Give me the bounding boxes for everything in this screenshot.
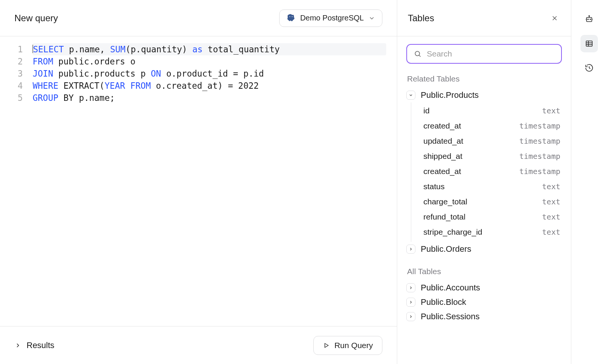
table-icon — [585, 39, 594, 48]
line-number: 5 — [0, 92, 33, 104]
line-number: 1 — [0, 43, 33, 55]
chevron-right-icon[interactable] — [406, 245, 415, 254]
svg-point-10 — [588, 19, 588, 20]
code-content: WHERE EXTRACT(YEAR FROM o.created_at) = … — [33, 81, 259, 91]
column-name: charge_total — [423, 197, 467, 206]
rail-history-button[interactable] — [580, 59, 598, 77]
code-line[interactable]: 3JOIN public.products p ON o.product_id … — [0, 67, 386, 80]
table-row[interactable]: Public.Accounts — [406, 281, 562, 295]
column-type: timestamp — [519, 167, 560, 176]
all-tables-label: All Tables — [407, 267, 562, 276]
related-tables-tree: Public.Productsidtextcreated_attimestamp… — [406, 88, 562, 256]
tables-panel-title: Tables — [408, 13, 434, 24]
column-row[interactable]: created_attimestamp — [411, 164, 562, 179]
code-line[interactable]: 4WHERE EXTRACT(YEAR FROM o.created_at) =… — [0, 80, 386, 92]
column-name: id — [423, 106, 429, 115]
column-type: text — [542, 212, 560, 221]
column-name: updated_at — [423, 136, 463, 146]
chevron-down-icon — [368, 15, 375, 22]
run-query-button[interactable]: Run Query — [313, 336, 382, 355]
table-name: Public.Accounts — [421, 283, 480, 293]
column-row[interactable]: statustext — [411, 179, 562, 194]
table-name: Public.Products — [421, 90, 479, 100]
column-list: idtextcreated_attimestampupdated_attimes… — [411, 102, 562, 242]
column-name: stripe_charge_id — [423, 228, 482, 237]
rail-tables-button[interactable] — [580, 35, 598, 52]
column-type: timestamp — [519, 136, 560, 146]
chevron-right-icon[interactable] — [406, 312, 415, 321]
column-row[interactable]: refund_totaltext — [411, 209, 562, 224]
postgres-icon — [286, 14, 296, 23]
play-icon — [323, 342, 330, 349]
right-rail — [571, 0, 607, 364]
tables-panel-header: Tables — [397, 0, 571, 36]
results-label: Results — [27, 340, 54, 350]
chevron-right-icon[interactable] — [406, 283, 415, 292]
column-type: text — [542, 182, 560, 191]
svg-point-1 — [292, 16, 292, 17]
column-type: text — [542, 228, 560, 237]
code-content: SELECT p.name, SUM(p.quantity) as total_… — [33, 44, 280, 54]
table-row[interactable]: Public.Orders — [406, 242, 562, 256]
tables-search-input[interactable] — [427, 49, 554, 58]
line-number: 3 — [0, 67, 33, 80]
column-row[interactable]: idtext — [411, 103, 562, 118]
rail-assistant-button[interactable] — [580, 11, 598, 28]
table-name: Public.Block — [421, 297, 466, 307]
svg-point-11 — [590, 19, 591, 20]
sql-editor[interactable]: 1SELECT p.name, SUM(p.quantity) as total… — [0, 36, 397, 326]
related-tables-label: Related Tables — [407, 74, 562, 83]
results-toggle[interactable]: Results — [14, 340, 54, 350]
code-line[interactable]: 2FROM public.orders o — [0, 55, 386, 67]
column-row[interactable]: charge_totaltext — [411, 194, 562, 209]
page-title: New query — [14, 13, 58, 24]
tables-search[interactable] — [406, 44, 562, 64]
all-tables-tree: Public.AccountsPublic.BlockPublic.Sessio… — [406, 281, 562, 324]
column-row[interactable]: shipped_attimestamp — [411, 149, 562, 164]
table-row[interactable]: Public.Sessions — [406, 309, 562, 324]
table-row[interactable]: Public.Block — [406, 295, 562, 309]
code-content: FROM public.orders o — [33, 56, 135, 66]
column-row[interactable]: stripe_charge_idtext — [411, 224, 562, 240]
column-name: status — [423, 182, 445, 191]
tables-panel-body: Related Tables Public.Productsidtextcrea… — [397, 36, 571, 364]
main-panel: New query Demo PostgreSQL 1SELECT p.name… — [0, 0, 397, 364]
column-row[interactable]: updated_attimestamp — [411, 133, 562, 149]
column-type: text — [542, 197, 560, 206]
database-selector[interactable]: Demo PostgreSQL — [279, 9, 382, 27]
run-query-label: Run Query — [334, 341, 373, 350]
close-icon — [551, 14, 558, 22]
column-row[interactable]: created_attimestamp — [411, 118, 562, 133]
search-icon — [414, 50, 421, 58]
table-row[interactable]: Public.Products — [406, 88, 562, 102]
code-content: GROUP BY p.name; — [33, 93, 115, 103]
history-icon — [585, 63, 594, 72]
database-selector-label: Demo PostgreSQL — [300, 14, 364, 22]
svg-point-0 — [289, 16, 290, 17]
svg-line-6 — [419, 55, 421, 57]
main-header: New query Demo PostgreSQL — [0, 0, 397, 36]
column-name: refund_total — [423, 212, 465, 221]
column-name: created_at — [423, 121, 461, 130]
code-line[interactable]: 1SELECT p.name, SUM(p.quantity) as total… — [0, 43, 386, 55]
tables-panel: Tables Related Tables Public.Productsidt… — [397, 0, 571, 364]
column-name: shipped_at — [423, 152, 462, 161]
chevron-right-icon — [14, 342, 21, 349]
svg-point-5 — [415, 51, 420, 56]
chevron-right-icon[interactable] — [406, 298, 415, 307]
column-type: timestamp — [519, 121, 560, 130]
code-line[interactable]: 5GROUP BY p.name; — [0, 92, 386, 104]
table-name: Public.Orders — [421, 244, 471, 254]
svg-rect-7 — [587, 17, 592, 22]
chevron-down-icon[interactable] — [406, 91, 415, 100]
svg-rect-14 — [586, 41, 592, 46]
line-number: 2 — [0, 55, 33, 67]
close-panel-button[interactable] — [549, 13, 560, 24]
code-content: JOIN public.products p ON o.product_id =… — [33, 69, 264, 78]
column-type: timestamp — [519, 152, 560, 161]
column-name: created_at — [423, 167, 461, 176]
table-name: Public.Sessions — [421, 312, 480, 322]
results-bar: Results Run Query — [0, 326, 397, 364]
svg-marker-2 — [325, 343, 329, 347]
bot-icon — [585, 15, 594, 24]
